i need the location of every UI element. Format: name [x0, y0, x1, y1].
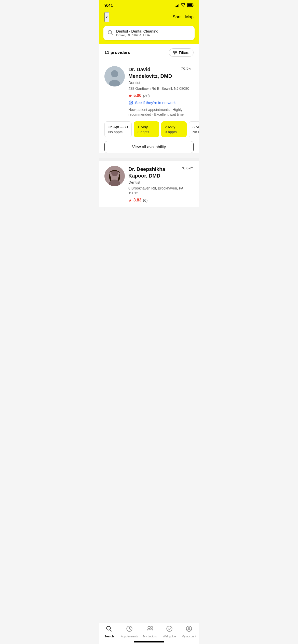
status-time: 9:41: [104, 3, 113, 8]
provider-name-2: Dr. Deepshikha Kapoor, DMD: [128, 166, 179, 179]
status-bar: 9:41: [99, 0, 199, 10]
network-row: See if they're in network: [128, 100, 194, 105]
provider-tags: New patient appointments · Highly recomm…: [128, 107, 194, 117]
provider-name-row: Dr. David Mendelovitz, DMD 76.5km: [128, 66, 194, 79]
provider-top: Dr. David Mendelovitz, DMD 76.5km Dentis…: [99, 61, 199, 121]
header-actions: Sort Map: [173, 14, 194, 20]
signal-icon: [175, 4, 179, 7]
slot-date: 3 May – 5: [193, 125, 199, 129]
provider-card: Dr. David Mendelovitz, DMD 76.5km Dentis…: [99, 61, 199, 153]
battery-icon: [187, 3, 194, 8]
star-icon-2: ★: [128, 198, 132, 203]
rating-value: 5.00: [133, 93, 141, 98]
shield-icon: [128, 100, 133, 105]
search-bar[interactable]: Dentist · Dental Cleaning Dover, DE 1990…: [103, 26, 195, 40]
provider-specialty: Dentist: [128, 80, 194, 85]
search-icon: [107, 30, 113, 37]
svg-point-8: [174, 53, 175, 54]
slot-date: 25 Apr – 30: [108, 125, 128, 129]
rating-row-2: ★ 3.83 (6): [128, 198, 194, 203]
provider-info: Dr. David Mendelovitz, DMD 76.5km Dentis…: [128, 66, 194, 117]
results-header: 11 providers Filters: [99, 44, 199, 61]
back-button[interactable]: ‹: [104, 12, 109, 22]
provider-card-2: Dr. Deepshikha Kapoor, DMD 78.6km Dentis…: [99, 161, 199, 207]
provider-avatar: [104, 66, 125, 86]
svg-rect-1: [187, 4, 192, 6]
search-text: Dentist · Dental Cleaning Dover, DE 1990…: [116, 29, 158, 37]
provider-avatar-2: [104, 166, 125, 186]
rating-value-2: 3.83: [133, 198, 141, 202]
status-icons: [175, 3, 194, 8]
provider-name: Dr. David Mendelovitz, DMD: [128, 66, 179, 79]
provider-distance-2: 78.6km: [181, 166, 194, 170]
provider-address: 438 Ganttown Rd B, Sewell, NJ 08080: [128, 86, 194, 91]
slot-3[interactable]: 2 May 3 appts: [161, 121, 187, 137]
star-icon: ★: [128, 93, 132, 98]
provider-info-2: Dr. Deepshikha Kapoor, DMD 78.6km Dentis…: [128, 166, 194, 203]
svg-point-7: [175, 52, 177, 53]
slot-appts: No appts: [193, 130, 199, 134]
filters-label: Filters: [179, 50, 189, 55]
slot-2[interactable]: 1 May 3 appts: [134, 121, 159, 137]
rating-count: (30): [143, 94, 150, 98]
provider-distance: 76.5km: [181, 66, 194, 70]
search-location: Dover, DE 19904, USA: [116, 33, 158, 37]
provider-address-2: 8 Brookhaven Rd, Brookhaven, PA 19015: [128, 186, 194, 196]
slot-date: 2 May: [165, 125, 183, 129]
sort-button[interactable]: Sort: [173, 14, 181, 20]
slot-appts: 3 appts: [165, 130, 183, 134]
provider-name-row-2: Dr. Deepshikha Kapoor, DMD 78.6km: [128, 166, 194, 179]
availability-slots[interactable]: 25 Apr – 30 No appts 1 May 3 appts 2 May…: [99, 121, 199, 137]
slot-appts: 3 appts: [138, 130, 155, 134]
separator: [99, 158, 199, 161]
provider-top-2: Dr. Deepshikha Kapoor, DMD 78.6km Dentis…: [99, 161, 199, 207]
wifi-icon: [181, 3, 185, 8]
results-count: 11 providers: [104, 50, 130, 55]
slot-4[interactable]: 3 May – 5 No appts: [189, 121, 199, 137]
rating-count-2: (6): [143, 198, 147, 202]
svg-point-10: [111, 70, 118, 77]
page-content: 11 providers Filters: [99, 44, 199, 232]
search-query: Dentist · Dental Cleaning: [116, 29, 158, 33]
provider-specialty-2: Dentist: [128, 180, 194, 184]
view-all-button[interactable]: View all availability: [104, 141, 194, 153]
slot-date: 1 May: [138, 125, 155, 129]
slot-appts: No appts: [108, 130, 128, 134]
network-link[interactable]: See if they're in network: [135, 100, 176, 105]
svg-point-6: [174, 51, 175, 52]
filters-button[interactable]: Filters: [169, 48, 194, 57]
slot-1[interactable]: 25 Apr – 30 No appts: [104, 121, 132, 137]
header: ‹ Sort Map: [99, 10, 199, 26]
search-bar-container: Dentist · Dental Cleaning Dover, DE 1990…: [99, 26, 199, 44]
map-button[interactable]: Map: [185, 14, 194, 20]
rating-row: ★ 5.00 (30): [128, 93, 194, 98]
